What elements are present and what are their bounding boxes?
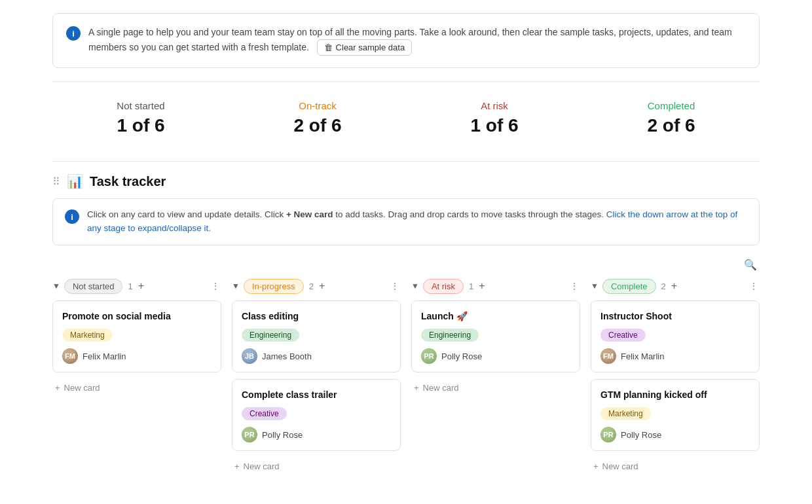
card-tag-creative-trailer: Creative: [242, 407, 287, 420]
card-tag-creative-instructor: Creative: [600, 329, 646, 342]
column-menu-in-progress[interactable]: ⋮: [389, 281, 401, 291]
collapse-arrow-complete[interactable]: ▼: [591, 281, 599, 291]
task-info-text: Click on any card to view and update det…: [87, 208, 747, 236]
divider-1: [52, 81, 760, 82]
info-icon: i: [66, 26, 81, 41]
avatar-felix-instructor: FM: [600, 348, 616, 364]
clear-sample-data-button[interactable]: 🗑 Clear sample data: [317, 39, 413, 56]
column-header-complete: ▼ Complete 2 + ⋮: [591, 279, 760, 294]
card-title-class-editing: Class editing: [242, 310, 391, 322]
card-tag-engineering-launch: Engineering: [421, 329, 479, 342]
collapse-arrow-not-started[interactable]: ▼: [52, 281, 60, 291]
avatar-polly-trailer: PR: [242, 427, 257, 442]
status-badge-not-started: Not started: [64, 279, 123, 294]
add-card-complete[interactable]: +: [670, 280, 678, 292]
plus-icon-not-started: +: [55, 383, 60, 393]
card-gtm-planning[interactable]: GTM planning kicked off Marketing PR Pol…: [591, 379, 760, 451]
status-badge-at-risk: At risk: [423, 279, 464, 294]
stat-value-on-track: 2 of 6: [229, 115, 406, 136]
task-info-icon: i: [65, 209, 79, 224]
card-title-instructor: Instructor Shoot: [600, 310, 750, 322]
info-banner-text: A single page to help you and your team …: [88, 26, 746, 56]
stat-value-at-risk: 1 of 6: [406, 115, 583, 136]
card-title-promote: Promote on social media: [62, 310, 212, 322]
stat-label-at-risk: At risk: [406, 100, 583, 111]
search-button[interactable]: 🔍: [741, 256, 760, 274]
stats-row: Not started 1 of 6 On-track 2 of 6 At ri…: [52, 94, 760, 149]
column-in-progress: ▼ In-progress 2 + ⋮ Class editing Engine…: [232, 279, 401, 475]
status-badge-in-progress: In-progress: [244, 279, 304, 294]
card-instructor-shoot[interactable]: Instructor Shoot Creative FM Felix Marli…: [591, 300, 760, 372]
assignee-name-polly-launch: Polly Rose: [441, 351, 482, 361]
assignee-name: Felix Marlin: [83, 351, 126, 361]
avatar-felix: FM: [62, 348, 78, 364]
stat-completed: Completed 2 of 6: [583, 100, 760, 136]
card-assignee-polly-launch: PR Polly Rose: [421, 348, 570, 364]
card-assignee-james: JB James Booth: [242, 348, 391, 364]
avatar-james: JB: [242, 348, 257, 364]
column-menu-at-risk[interactable]: ⋮: [568, 281, 580, 291]
stat-value-not-started: 1 of 6: [52, 115, 229, 136]
column-menu-not-started[interactable]: ⋮: [210, 281, 221, 291]
column-menu-complete[interactable]: ⋮: [748, 281, 760, 291]
column-header-not-started: ▼ Not started 1 + ⋮: [52, 279, 221, 294]
board-toolbar: 🔍: [52, 256, 760, 279]
status-badge-complete: Complete: [602, 279, 656, 294]
add-card-at-risk[interactable]: +: [477, 280, 486, 292]
column-count-at-risk: 1: [469, 281, 473, 291]
section-title: Task tracker: [90, 174, 166, 189]
stat-label-on-track: On-track: [229, 100, 406, 111]
kanban-board: ▼ Not started 1 + ⋮ Promote on social me…: [52, 279, 760, 475]
card-assignee-felix-instructor: FM Felix Marlin: [600, 348, 750, 364]
stat-label-completed: Completed: [583, 100, 760, 111]
column-count-complete: 2: [661, 281, 666, 291]
info-banner: i A single page to help you and your tea…: [52, 13, 760, 68]
task-tracker-info-banner: i Click on any card to view and update d…: [52, 198, 760, 245]
column-header-in-progress: ▼ In-progress 2 + ⋮: [232, 279, 401, 294]
card-tag-marketing-gtm: Marketing: [600, 407, 651, 420]
column-not-started: ▼ Not started 1 + ⋮ Promote on social me…: [52, 279, 221, 397]
card-title-gtm: GTM planning kicked off: [600, 389, 750, 401]
drag-handle-icon[interactable]: ⠿: [52, 175, 60, 188]
stat-value-completed: 2 of 6: [583, 115, 760, 136]
stat-at-risk: At risk 1 of 6: [406, 100, 583, 136]
stat-on-track: On-track 2 of 6: [229, 100, 406, 136]
chart-icon: 📊: [67, 173, 83, 189]
column-header-at-risk: ▼ At risk 1 + ⋮: [411, 279, 580, 294]
collapse-arrow-in-progress[interactable]: ▼: [232, 281, 240, 291]
assignee-name-felix-instructor: Felix Marlin: [621, 351, 664, 361]
card-complete-class-trailer[interactable]: Complete class trailer Creative PR Polly…: [232, 379, 401, 451]
card-title-trailer: Complete class trailer: [242, 389, 391, 401]
new-card-button-at-risk[interactable]: + New card: [411, 379, 580, 397]
card-title-launch: Launch 🚀: [421, 310, 570, 322]
column-at-risk: ▼ At risk 1 + ⋮ Launch 🚀 Engineering PR …: [411, 279, 580, 397]
card-assignee-felix: FM Felix Marlin: [62, 348, 212, 364]
card-assignee-polly-trailer: PR Polly Rose: [242, 427, 391, 442]
stat-not-started: Not started 1 of 6: [52, 100, 229, 136]
card-class-editing[interactable]: Class editing Engineering JB James Booth: [232, 300, 401, 372]
card-tag-marketing: Marketing: [62, 329, 113, 342]
assignee-name-polly-gtm: Polly Rose: [621, 430, 661, 440]
new-card-button-in-progress[interactable]: + New card: [232, 458, 401, 475]
divider-2: [52, 161, 760, 162]
new-card-button-complete[interactable]: + New card: [591, 458, 760, 475]
plus-icon-in-progress: +: [234, 461, 240, 471]
card-assignee-polly-gtm: PR Polly Rose: [600, 427, 750, 442]
card-launch[interactable]: Launch 🚀 Engineering PR Polly Rose: [411, 300, 580, 372]
column-complete: ▼ Complete 2 + ⋮ Instructor Shoot Creati…: [591, 279, 760, 475]
plus-icon-at-risk: +: [414, 383, 419, 393]
add-card-not-started[interactable]: +: [137, 280, 145, 292]
new-card-button-not-started[interactable]: + New card: [52, 379, 221, 397]
avatar-polly-launch: PR: [421, 348, 437, 364]
assignee-name-polly-trailer: Polly Rose: [262, 430, 303, 440]
card-promote-social-media[interactable]: Promote on social media Marketing FM Fel…: [52, 300, 221, 372]
avatar-polly-gtm: PR: [600, 427, 616, 442]
assignee-name-james: James Booth: [262, 351, 312, 361]
column-count-in-progress: 2: [309, 281, 314, 291]
task-tracker-header: ⠿ 📊 Task tracker: [52, 173, 760, 189]
collapse-arrow-at-risk[interactable]: ▼: [411, 281, 419, 291]
stat-label-not-started: Not started: [52, 100, 229, 111]
plus-icon-complete: +: [593, 461, 599, 471]
add-card-in-progress[interactable]: +: [318, 280, 326, 292]
card-tag-engineering-editing: Engineering: [242, 329, 299, 342]
